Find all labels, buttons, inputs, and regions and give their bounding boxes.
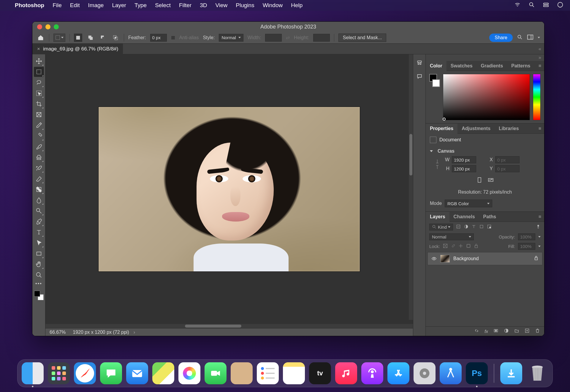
dock-photoshop[interactable]: Ps <box>466 362 488 384</box>
horizontal-scrollbar[interactable] <box>45 324 413 328</box>
dock-reminders[interactable] <box>257 362 279 384</box>
tool-preset-picker[interactable] <box>53 34 65 42</box>
dodge-tool[interactable] <box>34 206 44 216</box>
vertical-scrollbar[interactable] <box>409 54 413 320</box>
orientation-portrait-icon[interactable] <box>476 176 483 185</box>
zoom-level[interactable]: 66.67% <box>50 330 66 335</box>
layer-mask-icon[interactable] <box>493 328 498 334</box>
wifi-icon[interactable] <box>514 1 521 10</box>
delete-layer-icon[interactable] <box>535 328 540 334</box>
rectangular-marquee-tool[interactable] <box>34 67 44 77</box>
dock-app-generic[interactable] <box>440 362 462 384</box>
tab-swatches[interactable]: Swatches <box>446 61 477 71</box>
panel-menu-icon[interactable]: ≡ <box>536 63 544 69</box>
dock-maps[interactable] <box>152 362 174 384</box>
layer-group-icon[interactable] <box>514 328 519 334</box>
search-icon[interactable] <box>517 34 523 41</box>
layer-fx-icon[interactable]: fx <box>484 329 488 334</box>
filter-adjustment-icon[interactable] <box>464 224 468 230</box>
panel-menu-icon[interactable]: ≡ <box>536 126 544 131</box>
link-dimensions-icon[interactable] <box>435 158 440 170</box>
orientation-landscape-icon[interactable] <box>487 176 494 185</box>
menu-3d[interactable]: 3D <box>200 2 207 9</box>
filter-kind-select[interactable]: Kind <box>429 224 453 230</box>
tab-overflow-icon[interactable]: « <box>539 46 544 52</box>
select-and-mask-button[interactable]: Select and Mask... <box>338 34 387 42</box>
new-layer-icon[interactable] <box>525 328 530 334</box>
dock-facetime[interactable] <box>205 362 227 384</box>
canvas-viewport[interactable] <box>45 54 413 324</box>
move-tool[interactable] <box>34 56 44 66</box>
menu-image[interactable]: Image <box>88 2 104 9</box>
window-minimize-button[interactable] <box>45 24 50 29</box>
tab-patterns[interactable]: Patterns <box>507 61 534 71</box>
zoom-tool[interactable] <box>34 270 44 280</box>
tab-color[interactable]: Color <box>426 61 446 71</box>
menu-filter[interactable]: Filter <box>179 2 191 9</box>
dock-photos[interactable] <box>178 362 200 384</box>
canvas[interactable] <box>99 107 360 271</box>
comments-panel-icon[interactable] <box>417 73 422 80</box>
dock-mail[interactable] <box>126 362 148 384</box>
lock-transparency-icon[interactable] <box>443 244 448 249</box>
canvas-height-input[interactable] <box>452 165 476 172</box>
history-panel-icon[interactable] <box>417 60 422 67</box>
dock-finder[interactable] <box>22 362 44 384</box>
tab-channels[interactable]: Channels <box>449 212 479 222</box>
window-maximize-button[interactable] <box>54 24 59 29</box>
frame-tool[interactable] <box>34 110 44 120</box>
layer-thumbnail[interactable] <box>440 255 450 263</box>
lock-position-icon[interactable] <box>458 244 463 249</box>
type-tool[interactable] <box>34 227 44 237</box>
selection-add-button[interactable] <box>86 34 95 42</box>
dock-trash[interactable] <box>526 362 548 384</box>
dock-settings[interactable] <box>414 362 436 384</box>
selection-new-button[interactable] <box>74 34 82 42</box>
eraser-tool[interactable] <box>34 174 44 184</box>
dock-notes[interactable] <box>283 362 305 384</box>
fill-input[interactable]: 100% <box>518 243 535 250</box>
style-select[interactable]: Normal <box>219 34 243 42</box>
object-selection-tool[interactable] <box>34 88 44 98</box>
dock-podcasts[interactable] <box>361 362 383 384</box>
history-brush-tool[interactable] <box>34 163 44 173</box>
panel-menu-icon[interactable]: ≡ <box>536 214 544 219</box>
layer-name[interactable]: Background <box>453 256 479 261</box>
workspace-switcher-icon[interactable] <box>527 34 533 41</box>
pen-tool[interactable] <box>34 216 44 227</box>
lock-image-icon[interactable] <box>451 244 455 249</box>
selection-subtract-button[interactable] <box>99 34 107 42</box>
menu-help[interactable]: Help <box>291 2 303 9</box>
window-close-button[interactable] <box>37 24 42 29</box>
blur-tool[interactable] <box>34 195 44 205</box>
color-field[interactable] <box>443 74 530 120</box>
home-button[interactable] <box>37 34 45 42</box>
lock-all-icon[interactable] <box>474 244 479 249</box>
tab-paths[interactable]: Paths <box>479 212 501 222</box>
foreground-background-color[interactable] <box>34 291 44 300</box>
eyedropper-tool[interactable] <box>34 120 44 130</box>
menu-window[interactable]: Window <box>263 2 283 9</box>
edit-toolbar-button[interactable]: ••• <box>34 281 44 287</box>
menu-file[interactable]: File <box>53 2 62 9</box>
share-button[interactable]: Share <box>489 34 513 42</box>
filter-type-icon[interactable] <box>471 224 476 230</box>
dock-launchpad[interactable] <box>48 362 70 384</box>
filter-smart-icon[interactable] <box>487 224 492 230</box>
chevron-down-icon[interactable] <box>538 37 540 38</box>
lock-artboard-icon[interactable] <box>466 244 471 249</box>
document-tab[interactable]: × image_69.jpg @ 66.7% (RGB/8#) <box>32 44 123 54</box>
filter-pixel-icon[interactable] <box>456 224 461 230</box>
path-selection-tool[interactable] <box>34 238 44 248</box>
lasso-tool[interactable] <box>34 78 44 88</box>
selection-intersect-button[interactable] <box>111 34 120 42</box>
hand-tool[interactable] <box>34 259 44 269</box>
dock-contacts[interactable] <box>231 362 253 384</box>
close-tab-icon[interactable]: × <box>37 46 40 52</box>
rectangle-tool[interactable] <box>34 249 44 259</box>
crop-tool[interactable] <box>34 99 44 109</box>
menu-type[interactable]: Type <box>134 2 147 9</box>
menu-select[interactable]: Select <box>155 2 171 9</box>
siri-icon[interactable] <box>557 1 563 10</box>
layer-lock-icon[interactable] <box>534 256 539 262</box>
